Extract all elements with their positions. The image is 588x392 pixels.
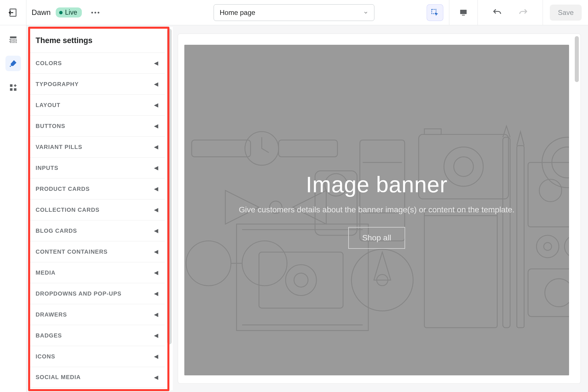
setting-label: INPUTS — [36, 165, 58, 171]
setting-label: TYPOGRAPHY — [36, 81, 79, 88]
svg-rect-40 — [528, 269, 569, 317]
setting-group-buttons[interactable]: BUTTONS◀ — [29, 115, 165, 136]
status-badge: Live — [56, 7, 82, 18]
inspector-icon — [431, 8, 439, 17]
setting-group-content-containers[interactable]: CONTENT CONTAINERS◀ — [29, 241, 165, 262]
svg-point-37 — [544, 242, 552, 250]
undo-icon — [492, 8, 502, 18]
setting-group-media[interactable]: MEDIA◀ — [29, 262, 165, 283]
svg-rect-4 — [10, 36, 16, 38]
svg-point-26 — [444, 147, 483, 186]
setting-label: CONTENT CONTAINERS — [36, 249, 108, 255]
caret-left-icon: ◀ — [154, 81, 158, 87]
setting-group-social-media[interactable]: SOCIAL MEDIA◀ — [29, 367, 165, 388]
theme-name: Dawn — [32, 8, 51, 17]
caret-left-icon: ◀ — [154, 123, 158, 129]
svg-rect-3 — [462, 15, 465, 15]
banner-title: Image banner — [306, 172, 447, 198]
page-selector[interactable]: Home page — [214, 4, 374, 21]
svg-point-27 — [454, 157, 473, 176]
more-icon — [91, 12, 99, 13]
svg-rect-31 — [517, 145, 524, 328]
left-rail — [0, 25, 26, 392]
status-label: Live — [65, 9, 77, 16]
setting-label: BADGES — [36, 332, 62, 339]
sidebar-scroll[interactable]: Theme settings COLORS◀ TYPOGRAPHY◀ LAYOU… — [29, 27, 173, 390]
redo-icon — [519, 8, 528, 18]
setting-group-inputs[interactable]: INPUTS◀ — [29, 157, 165, 178]
caret-left-icon: ◀ — [154, 60, 158, 66]
caret-left-icon: ◀ — [154, 228, 158, 234]
redo-button[interactable] — [515, 4, 532, 21]
svg-rect-9 — [14, 88, 16, 91]
rail-apps-button[interactable] — [5, 80, 21, 95]
save-button[interactable]: Save — [550, 5, 582, 21]
inspector-toggle[interactable] — [427, 4, 443, 21]
svg-point-41 — [545, 279, 569, 307]
svg-rect-30 — [503, 137, 510, 328]
svg-rect-12 — [278, 140, 337, 157]
right-toolbar: Save — [425, 0, 588, 25]
setting-label: COLORS — [36, 60, 62, 67]
banner-cta-button[interactable]: Shop all — [348, 227, 405, 249]
setting-group-badges[interactable]: BADGES◀ — [29, 325, 165, 346]
device-preview-button[interactable] — [455, 4, 472, 21]
theme-settings-panel: Theme settings COLORS◀ TYPOGRAPHY◀ LAYOU… — [29, 27, 173, 390]
svg-point-33 — [539, 179, 562, 202]
theme-settings-title: Theme settings — [29, 27, 165, 53]
setting-group-collection-cards[interactable]: COLLECTION CARDS◀ — [29, 199, 165, 220]
setting-label: ICONS — [36, 353, 55, 360]
rail-sections-button[interactable] — [5, 32, 21, 47]
setting-label: SOCIAL MEDIA — [36, 374, 81, 381]
setting-group-variant-pills[interactable]: VARIANT PILLS◀ — [29, 136, 165, 157]
setting-group-dropdowns[interactable]: DROPDOWNS AND POP-UPS◀ — [29, 283, 165, 304]
sidebar-panel-container: Theme settings COLORS◀ TYPOGRAPHY◀ LAYOU… — [26, 25, 173, 392]
image-banner-section[interactable]: Image banner Give customers details abou… — [184, 45, 569, 375]
setting-label: DRAWERS — [36, 311, 67, 318]
caret-left-icon: ◀ — [154, 353, 158, 360]
exit-icon — [8, 8, 18, 18]
caret-left-icon: ◀ — [154, 186, 158, 192]
setting-group-typography[interactable]: TYPOGRAPHY◀ — [29, 73, 165, 94]
rail-theme-settings-button[interactable] — [5, 56, 21, 71]
banner-subtitle: Give customers details about the banner … — [239, 205, 514, 214]
more-actions-button[interactable] — [88, 5, 102, 20]
caret-left-icon: ◀ — [154, 269, 158, 276]
svg-rect-5 — [10, 39, 16, 40]
caret-left-icon: ◀ — [154, 207, 158, 213]
exit-button[interactable] — [0, 0, 26, 25]
svg-point-17 — [242, 241, 287, 286]
svg-point-20 — [286, 265, 316, 295]
apps-icon — [9, 83, 18, 92]
setting-label: PRODUCT CARDS — [36, 186, 90, 192]
setting-group-colors[interactable]: COLORS◀ — [29, 53, 165, 73]
paintbrush-icon — [9, 59, 18, 68]
preview-canvas[interactable]: Image banner Give customers details abou… — [178, 34, 581, 383]
svg-rect-6 — [10, 42, 16, 43]
toolbar-divider — [543, 0, 543, 25]
setting-group-blog-cards[interactable]: BLOG CARDS◀ — [29, 220, 165, 241]
caret-left-icon: ◀ — [154, 102, 158, 108]
setting-label: BLOG CARDS — [36, 228, 77, 234]
svg-rect-29 — [424, 210, 497, 328]
caret-left-icon: ◀ — [154, 311, 158, 318]
svg-rect-19 — [259, 252, 343, 308]
setting-group-product-cards[interactable]: PRODUCT CARDS◀ — [29, 178, 165, 199]
sidebar-scrollbar-thumb[interactable] — [167, 29, 172, 344]
svg-rect-8 — [10, 88, 12, 91]
svg-rect-10 — [192, 140, 251, 157]
svg-rect-28 — [424, 129, 441, 135]
setting-group-drawers[interactable]: DRAWERS◀ — [29, 304, 165, 325]
setting-label: DROPDOWNS AND POP-UPS — [36, 290, 121, 297]
page-selector-value: Home page — [220, 9, 255, 17]
caret-left-icon: ◀ — [154, 144, 158, 150]
setting-label: LAYOUT — [36, 102, 60, 108]
setting-group-icons[interactable]: ICONS◀ — [29, 346, 165, 367]
preview-scrollbar-thumb[interactable] — [575, 36, 579, 82]
preview-area: Image banner Give customers details abou… — [173, 25, 588, 392]
undo-button[interactable] — [489, 4, 505, 21]
caret-left-icon: ◀ — [154, 374, 158, 381]
setting-group-layout[interactable]: LAYOUT◀ — [29, 94, 165, 115]
svg-point-38 — [564, 235, 569, 258]
toolbar-divider — [477, 0, 478, 25]
